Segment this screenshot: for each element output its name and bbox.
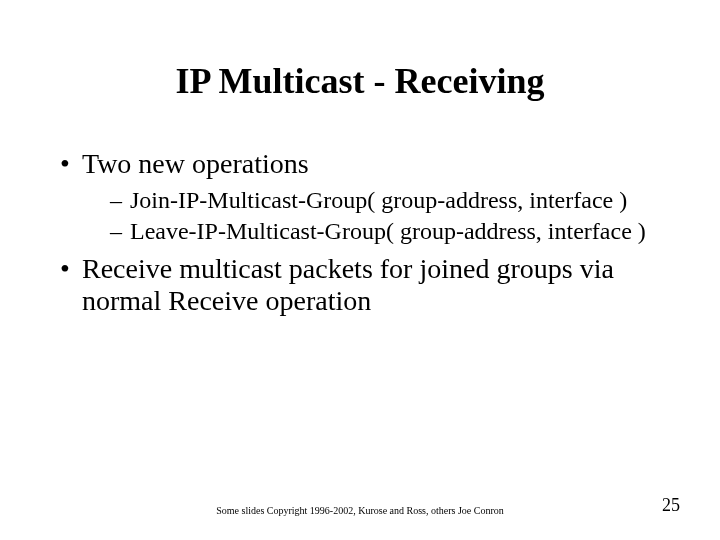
sub-bullet-list: Join-IP-Multicast-Group( group-address, … (82, 186, 680, 245)
bullet-list: Two new operations Join-IP-Multicast-Gro… (60, 148, 680, 317)
slide: IP Multicast - Receiving Two new operati… (0, 0, 720, 540)
sub-bullet-item: Join-IP-Multicast-Group( group-address, … (110, 186, 680, 214)
slide-body: Two new operations Join-IP-Multicast-Gro… (60, 148, 680, 323)
bullet-text: Receive multicast packets for joined gro… (82, 253, 614, 316)
page-number: 25 (662, 495, 680, 516)
sub-bullet-text: Join-IP-Multicast-Group( group-address, … (130, 187, 627, 213)
bullet-item: Two new operations Join-IP-Multicast-Gro… (60, 148, 680, 245)
slide-title: IP Multicast - Receiving (0, 60, 720, 102)
sub-bullet-item: Leave-IP-Multicast-Group( group-address,… (110, 217, 680, 245)
bullet-text: Two new operations (82, 148, 309, 179)
bullet-item: Receive multicast packets for joined gro… (60, 253, 680, 317)
sub-bullet-text: Leave-IP-Multicast-Group( group-address,… (130, 218, 646, 244)
footer-text: Some slides Copyright 1996-2002, Kurose … (0, 505, 720, 516)
